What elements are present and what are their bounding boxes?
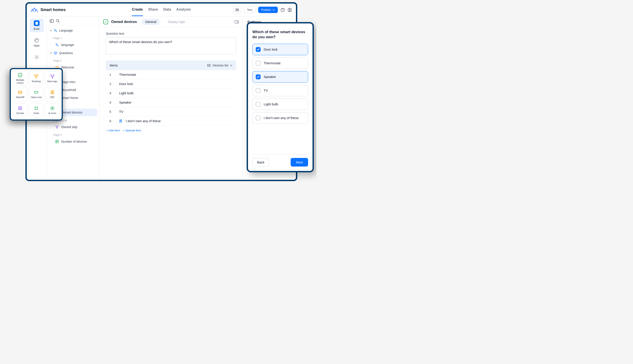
chevron-down-icon — [50, 52, 52, 54]
help-icon[interactable] — [280, 8, 285, 12]
panel-toggle-icon[interactable] — [50, 19, 54, 23]
rail-style[interactable]: Style — [30, 36, 44, 49]
textbox-icon — [34, 90, 39, 95]
subtab-display-logic[interactable]: Display logic — [165, 19, 188, 25]
item-row[interactable]: 3Light bulb — [106, 88, 236, 98]
items-source-dropdown[interactable]: Devices list — [207, 64, 232, 67]
preview-option[interactable]: Light bulb — [252, 98, 308, 110]
tree-language-label: language — [61, 43, 74, 46]
items-header: Items Devices list — [106, 60, 236, 70]
svg-point-0 — [236, 8, 237, 10]
svg-point-46 — [21, 92, 22, 93]
svg-rect-48 — [51, 91, 52, 94]
svg-point-55 — [37, 109, 38, 110]
collaborators-button[interactable] — [233, 6, 241, 14]
svg-rect-49 — [53, 91, 54, 94]
checkbox-icon — [256, 74, 261, 79]
bookmark-icon — [119, 119, 122, 123]
preview-option[interactable]: Thermostat — [252, 58, 308, 69]
item-row[interactable]: 4Speaker — [106, 98, 236, 107]
search-icon[interactable] — [56, 19, 60, 23]
item-row[interactable]: 5TV — [106, 107, 236, 116]
preview-toggle-icon[interactable] — [235, 20, 239, 24]
checkbox-icon — [256, 61, 261, 66]
page-1-label: Page 1 — [47, 34, 99, 41]
item-row[interactable]: 1Thermostat — [106, 70, 236, 79]
palette-open-end[interactable]: Open-end — [29, 87, 44, 102]
tab-data[interactable]: Data — [163, 4, 171, 16]
svg-point-25 — [58, 126, 58, 126]
item-row[interactable]: 2Door lock — [106, 79, 236, 88]
question-type-icon: ✓ — [103, 20, 108, 24]
tab-analysis[interactable]: Analysis — [176, 4, 191, 16]
page-2-label: Page 2 — [47, 57, 99, 63]
palette-maxdiff[interactable]: MaxDiff — [13, 87, 28, 102]
tree-pageintro-label: Page intro — [61, 80, 75, 84]
project-title: Smart homes — [41, 8, 66, 12]
item-row-special[interactable]: 6 I don't own any of these — [106, 116, 236, 126]
rail-settings[interactable] — [30, 53, 44, 62]
add-item-link[interactable]: + Add item — [106, 129, 120, 132]
items-source-label: Devices list — [213, 64, 228, 67]
option-label: Thermostat — [264, 61, 280, 65]
svg-point-8 — [36, 39, 37, 40]
palette-quotas[interactable]: Quotas — [13, 103, 28, 117]
preview-option[interactable]: Door lock — [252, 44, 308, 55]
tree-owned-skip-label: Owned skip — [61, 125, 77, 129]
svg-point-36 — [208, 64, 208, 64]
preview-option[interactable]: I don't own any of these — [252, 112, 308, 124]
tree-language[interactable]: language — [49, 41, 97, 48]
publish-button[interactable]: Publish — [258, 7, 278, 13]
svg-text:#: # — [58, 141, 58, 143]
gear-icon — [34, 55, 39, 60]
device-preview: Which of these smart devices do you own?… — [247, 22, 314, 172]
palette-multiple-choice[interactable]: Multiple choice — [13, 71, 28, 86]
svg-rect-40 — [18, 73, 22, 77]
svg-rect-6 — [36, 22, 37, 22]
tab-share[interactable]: Share — [148, 4, 158, 16]
tab-create[interactable]: Create — [132, 4, 143, 16]
add-links: + Add item + Special item — [106, 126, 236, 135]
tree-num-devices[interactable]: # Number of devices — [49, 138, 97, 145]
test-button[interactable]: Test — [244, 7, 256, 13]
branch-icon — [55, 125, 59, 129]
top-tabs: Create Share Data Analysis — [132, 4, 191, 16]
next-button[interactable]: Next — [291, 158, 308, 166]
preview-option[interactable]: Speaker — [252, 71, 308, 82]
editor-main: ✓ Owned devices General Display logic Qu… — [99, 16, 243, 180]
palette-skip-logic[interactable]: Skip logic — [45, 71, 60, 86]
svg-point-1 — [237, 9, 239, 10]
section-questions-label: Questions — [59, 51, 73, 55]
grid-icon — [34, 106, 39, 111]
publish-label: Publish — [261, 8, 271, 12]
chevron-down-icon — [230, 65, 232, 66]
account-icon[interactable] — [288, 8, 292, 12]
branch-icon — [50, 74, 55, 79]
rail-build[interactable]: Build — [30, 18, 44, 32]
section-language[interactable]: Language — [47, 26, 99, 34]
section-questions[interactable]: Questions — [47, 49, 99, 57]
tree-smarthome-label: Smart home — [61, 96, 78, 100]
svg-rect-31 — [235, 20, 239, 23]
svg-rect-50 — [19, 107, 20, 110]
svg-rect-5 — [35, 22, 38, 25]
list-icon — [207, 64, 211, 67]
palette-grids[interactable]: Grids — [29, 103, 44, 117]
tree-owned-skip[interactable]: Owned skip — [49, 123, 97, 131]
add-special-link[interactable]: + Special item — [123, 129, 141, 132]
cube-icon — [54, 51, 57, 55]
subtab-general[interactable]: General — [142, 19, 160, 25]
chevron-down-icon — [273, 9, 275, 10]
chevron-down-icon — [50, 30, 52, 31]
option-label: TV — [264, 88, 268, 92]
back-button[interactable]: Back — [252, 158, 269, 166]
preview-option[interactable]: TV — [252, 85, 308, 96]
palette-more[interactable]: & more — [45, 103, 60, 117]
svg-rect-11 — [50, 20, 54, 22]
palette-ranking[interactable]: Ranking — [29, 71, 44, 86]
build-icon — [34, 20, 40, 26]
tree-welcome-label: Welcome — [61, 66, 74, 69]
question-name: Owned devices — [111, 20, 137, 24]
question-text-input[interactable] — [106, 37, 236, 54]
palette-cbc[interactable]: CBC — [45, 87, 60, 102]
